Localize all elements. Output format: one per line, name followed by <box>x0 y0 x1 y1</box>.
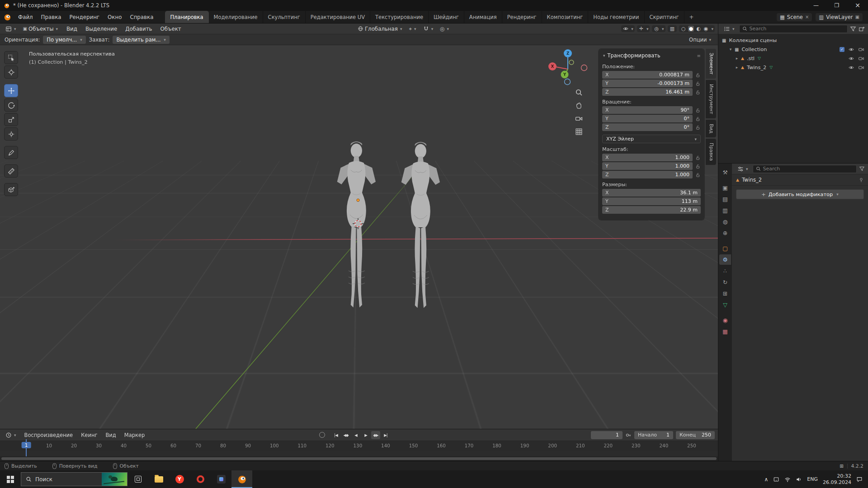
lock-open-icon[interactable] <box>695 81 701 86</box>
workspace-tab-active[interactable]: Планировка <box>165 11 208 23</box>
eye-icon[interactable] <box>848 47 854 52</box>
tool-add-cube[interactable] <box>4 183 18 196</box>
topbar-menu-1[interactable]: Правка <box>37 12 66 22</box>
pan-hand-icon[interactable] <box>575 102 583 109</box>
chevron-right-icon[interactable]: ▸ <box>735 65 739 70</box>
lock-open-icon[interactable] <box>695 164 701 169</box>
lock-open-icon[interactable] <box>695 172 701 178</box>
sidebar-tab-2[interactable]: Вид <box>706 120 716 137</box>
timeline-scrollbar[interactable] <box>0 456 718 461</box>
model-twins-right[interactable] <box>401 142 440 308</box>
workspace-tab[interactable]: Ноды геометрии <box>588 11 644 23</box>
yandex-browser-button[interactable]: Y <box>169 470 190 488</box>
properties-tab-modifiers[interactable]: ⚙ <box>719 254 731 265</box>
keying-set-icon[interactable] <box>625 432 632 438</box>
maximize-button[interactable]: ❐ <box>826 0 847 11</box>
topbar-menu-2[interactable]: Рендеринг <box>66 12 104 22</box>
playback-play-reverse[interactable]: ◀ <box>351 431 360 439</box>
shading-solid-button[interactable]: ● <box>688 26 694 32</box>
workspace-tab[interactable]: Моделирование <box>209 11 263 23</box>
outliner-row[interactable]: ▸▲.stl▽ <box>719 54 867 63</box>
snap-setting-dropdown[interactable]: Выделить рам... ▾ <box>113 36 169 44</box>
lock-open-icon[interactable] <box>695 72 701 78</box>
playback-next-keyframe[interactable]: ◆▶ <box>371 431 380 439</box>
camera-icon[interactable] <box>858 56 864 61</box>
navigation-gizmo[interactable]: Z X Y <box>546 47 590 90</box>
hidden-icons-chevron[interactable]: ∧ <box>764 476 769 483</box>
tool-rotate[interactable] <box>4 99 18 112</box>
outliner-editor-type-button[interactable]: ▾ <box>722 25 737 33</box>
xray-toggle[interactable]: ▥ <box>668 25 677 32</box>
transform-value-field[interactable]: Y1.000 <box>602 162 693 170</box>
ortho-toggle-icon[interactable] <box>575 128 583 136</box>
workspace-tab[interactable]: Скриптинг <box>645 11 684 23</box>
minimize-button[interactable]: — <box>806 0 826 11</box>
playback-play[interactable]: ▶ <box>361 431 370 439</box>
transform-value-field[interactable]: X0.000817 m <box>602 71 693 79</box>
mode-selector[interactable]: ▣ Объекты ▾ <box>21 25 60 33</box>
tool-select-box[interactable] <box>4 51 18 64</box>
add-modifier-button[interactable]: + Добавить модификатор ▾ <box>736 189 864 199</box>
properties-tab-particles[interactable]: ∴ <box>719 266 731 276</box>
filter-icon[interactable] <box>859 166 865 172</box>
outliner-search[interactable] <box>739 25 848 33</box>
checkbox-icon[interactable]: ✓ <box>840 47 844 52</box>
transform-value-field[interactable]: Y0° <box>602 115 693 122</box>
taskbar-clock[interactable]: 20:32 26.09.2024 <box>823 473 851 486</box>
file-explorer-button[interactable] <box>148 470 169 488</box>
tablet-icon[interactable] <box>773 476 779 483</box>
tool-measure[interactable] <box>4 164 18 178</box>
properties-tab-render[interactable]: ▣ <box>719 183 731 193</box>
viewport-menu-2[interactable]: Добавить <box>121 24 156 34</box>
timeline-track-area[interactable] <box>0 451 718 456</box>
chevron-right-icon[interactable]: ▸ <box>735 56 739 61</box>
transform-value-field[interactable]: Z1.000 <box>602 171 693 178</box>
properties-search[interactable] <box>753 165 857 173</box>
viewport-menu-1[interactable]: Выделение <box>81 24 121 34</box>
playhead[interactable]: 1 <box>22 442 31 448</box>
outliner-row[interactable]: ▸▲Twins_2▽ <box>719 63 867 72</box>
chevron-down-icon[interactable]: ▾ <box>728 47 733 52</box>
auto-keying-toggle[interactable] <box>319 432 325 438</box>
transform-value-field[interactable]: X36.1 m <box>602 189 701 197</box>
new-viewlayer-icon[interactable]: ▣ <box>855 14 859 19</box>
topbar-menu-3[interactable]: Окно <box>104 12 126 22</box>
topbar-menu-4[interactable]: Справка <box>126 12 157 22</box>
task-view-button[interactable] <box>127 470 148 488</box>
add-workspace-button[interactable]: + <box>685 14 698 20</box>
workspace-tab[interactable]: Анимация <box>464 11 502 23</box>
unlink-scene-icon[interactable]: × <box>805 14 809 19</box>
scene-selector[interactable]: ▦ Scene × <box>777 13 812 21</box>
playback-jump-to-start[interactable]: |◀ <box>331 431 340 439</box>
pin-icon[interactable] <box>859 177 864 183</box>
eye-icon[interactable] <box>848 56 854 61</box>
transform-orientation-selector[interactable]: Глобальная ▾ <box>355 25 405 33</box>
sidebar-tab-3[interactable]: Правка <box>706 139 716 165</box>
outliner-row[interactable]: ▦Коллекция сцены <box>719 36 867 45</box>
object-visibility-dropdown[interactable]: ▾ <box>621 25 635 32</box>
shading-material-button[interactable]: ◐ <box>695 26 702 32</box>
properties-tab-material[interactable]: ◉ <box>719 315 731 325</box>
frame-start-field[interactable]: Начало 1 <box>634 431 673 439</box>
taskbar-search[interactable] <box>21 472 127 486</box>
overlays-toggle[interactable]: ◎ ▾ <box>652 25 665 32</box>
pivot-point-selector[interactable]: ⌖ ▾ <box>406 25 418 33</box>
rotation-mode-select[interactable]: XYZ Эйлер▾ <box>602 135 701 143</box>
tool-transform[interactable] <box>4 127 18 141</box>
workspace-tab[interactable]: Текстурирование <box>370 11 429 23</box>
transform-value-field[interactable]: X90° <box>602 106 693 114</box>
lock-open-icon[interactable] <box>695 155 701 160</box>
transform-value-field[interactable]: Z16.461 m <box>602 88 693 96</box>
workspace-tab[interactable]: Редактирование UV <box>306 11 370 23</box>
timeline-menu-2[interactable]: Вид <box>101 430 120 440</box>
snap-toggle[interactable]: ▾ <box>421 25 436 33</box>
outliner-row[interactable]: ▾▦Collection✓ <box>719 45 867 54</box>
camera-view-icon[interactable] <box>575 115 583 122</box>
workspace-tab[interactable]: Композитинг <box>542 11 589 23</box>
properties-editor-type-button[interactable]: ▾ <box>735 165 750 173</box>
taskbar-search-input[interactable] <box>35 476 94 483</box>
tool-annotate[interactable] <box>4 146 18 159</box>
tool-move[interactable] <box>4 84 18 97</box>
red-app-button[interactable] <box>190 470 211 488</box>
model-twins-left[interactable] <box>337 141 376 308</box>
